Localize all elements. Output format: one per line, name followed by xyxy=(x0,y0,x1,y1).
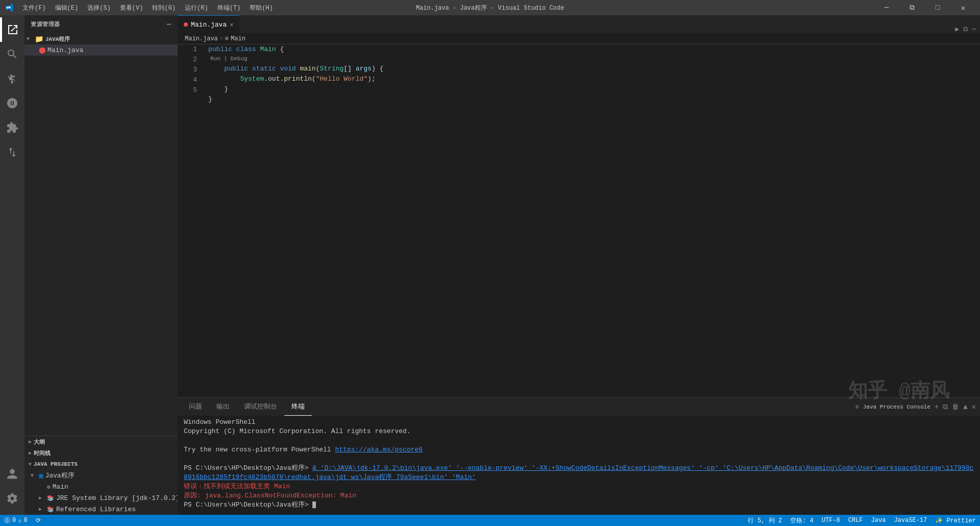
status-language[interactable]: Java xyxy=(867,515,890,526)
referenced-libraries-arrow-icon: ▶ xyxy=(39,506,47,512)
breadcrumb-separator: › xyxy=(220,36,223,41)
activity-settings-icon[interactable] xyxy=(0,486,24,511)
spaces-text: 空格: 4 xyxy=(790,516,814,525)
panel-tab-problems[interactable]: 问题 xyxy=(182,398,209,416)
sidebar-title: 资源管理器 xyxy=(31,20,60,28)
term-line-3 xyxy=(184,436,974,445)
panel-tab-terminal[interactable]: 终端 xyxy=(284,398,312,416)
activity-accounts-icon[interactable] xyxy=(0,462,24,486)
status-eol[interactable]: CRLF xyxy=(844,515,867,526)
token-paren-open: ( xyxy=(316,64,320,74)
menu-terminal[interactable]: 终端(T) xyxy=(213,3,245,13)
line-num-1: 1 xyxy=(182,44,197,55)
editor-actions: ▶ ⧉ ⋯ xyxy=(951,25,980,33)
activity-source-control-icon[interactable] xyxy=(0,66,24,91)
panel-tab-debug-console[interactable]: 调试控制台 xyxy=(237,398,284,416)
menu-file[interactable]: 文件(F) xyxy=(18,3,50,13)
activity-run-icon[interactable] xyxy=(0,91,24,115)
timeline-section-header[interactable]: ▶ 时间线 xyxy=(24,447,178,459)
timeline-arrow-icon: ▶ xyxy=(29,450,32,456)
eol-text: CRLF xyxy=(848,517,863,524)
encoding-text: UTF-8 xyxy=(822,517,840,524)
split-terminal-icon[interactable]: ⧉ xyxy=(943,403,948,411)
menu-edit[interactable]: 编辑(E) xyxy=(51,3,83,13)
new-file-icon[interactable]: ⋯ xyxy=(167,20,172,29)
terminal-content: Windows PowerShell Copyright (C) Microso… xyxy=(178,416,980,515)
file-explorer-section: ▼ 📁 JAVA程序 ⬤ Main.java xyxy=(24,33,178,436)
code-editor[interactable]: 1 2 3 4 5 public class Main { Run | Debu… xyxy=(178,44,980,397)
jre-library-arrow-icon: ▶ xyxy=(39,495,47,501)
token-println: println xyxy=(284,74,312,84)
term-line-1: Windows PowerShell xyxy=(184,418,974,427)
status-spaces[interactable]: 空格: 4 xyxy=(786,515,818,526)
java-project-name: Java程序 xyxy=(45,471,74,480)
editor-scrollbar[interactable] xyxy=(973,44,980,397)
activity-explorer-icon[interactable] xyxy=(0,17,24,42)
outline-section-header[interactable]: ▶ 大纲 xyxy=(24,436,178,447)
token-indent-2 xyxy=(208,64,224,74)
status-sync[interactable]: ⟳ xyxy=(32,515,45,526)
panel-tab-output[interactable]: 输出 xyxy=(209,398,237,416)
project-folder[interactable]: ▼ 📁 JAVA程序 xyxy=(24,33,178,44)
status-branch[interactable]: ⓪ 0 ⚠ 0 xyxy=(0,515,32,526)
folder-icon: 📁 xyxy=(35,35,43,43)
term-prompt-2: PS C:\Users\HP\Desktop\Java程序> xyxy=(184,501,312,509)
status-right: 行 5, 列 2 空格: 4 UTF-8 CRLF Java JavaSE-17… xyxy=(744,515,980,526)
maximize-button[interactable]: □ xyxy=(926,0,949,15)
restore-button[interactable]: ⧉ xyxy=(900,0,924,15)
close-panel-icon[interactable]: ✕ xyxy=(972,402,976,411)
term-line-6: PS C:\Users\HP\Desktop\Java程序> & 'D:\JAV… xyxy=(184,464,974,482)
menu-selection[interactable]: 选择(S) xyxy=(83,3,115,13)
tab-main-java[interactable]: Main.java ✕ xyxy=(178,15,239,33)
minimap xyxy=(932,44,973,397)
menu-run[interactable]: 运行(R) xyxy=(181,3,212,13)
status-formatter[interactable]: ✨ Prettier xyxy=(931,515,980,526)
menu-goto[interactable]: 转到(G) xyxy=(148,3,180,13)
close-button[interactable]: ✕ xyxy=(951,0,975,15)
token-public-1: public xyxy=(208,44,236,55)
token-Main: Main xyxy=(260,44,276,55)
panel-tabs: 问题 输出 调试控制台 终端 ⚙ Java Process Console + … xyxy=(178,398,980,416)
activity-extensions-icon[interactable] xyxy=(0,115,24,140)
maximize-panel-icon[interactable]: ▲ xyxy=(963,403,967,411)
activity-testing-icon[interactable] xyxy=(0,140,24,164)
referenced-libraries-item[interactable]: ▶ 📚 Referenced Libraries xyxy=(24,504,178,515)
java-projects-arrow-icon: ▼ xyxy=(29,462,32,467)
status-bar: ⓪ 0 ⚠ 0 ⟳ 行 5, 列 2 空格: 4 UTF-8 CRLF Java… xyxy=(0,515,980,526)
java-projects-section-header[interactable]: ▼ JAVA PROJECTS xyxy=(24,459,178,470)
code-content: public class Main { Run | Debug public s… xyxy=(203,44,932,397)
tab-close-icon[interactable]: ✕ xyxy=(230,21,233,29)
add-terminal-icon[interactable]: + xyxy=(935,403,939,411)
token-paren-3: ( xyxy=(312,74,316,84)
java-project-item[interactable]: ▼ ▣ Java程序 xyxy=(24,470,178,481)
menu-help[interactable]: 帮助(H) xyxy=(246,3,277,13)
title-bar-left: 文件(F) 编辑(E) 选择(S) 查看(V) 转到(G) 运行(R) 终端(T… xyxy=(5,3,277,13)
status-position[interactable]: 行 5, 列 2 xyxy=(744,515,786,526)
terminal-panel: 问题 输出 调试控制台 终端 ⚙ Java Process Console + … xyxy=(178,397,980,515)
run-icon[interactable]: ▶ xyxy=(955,25,959,33)
jre-library-item[interactable]: ▶ 📚 JRE System Library [jdk-17.0.2] xyxy=(24,492,178,504)
status-encoding[interactable]: UTF-8 xyxy=(818,515,844,526)
more-actions-icon[interactable]: ⋯ xyxy=(972,25,976,33)
status-left: ⓪ 0 ⚠ 0 ⟳ xyxy=(0,515,45,526)
breadcrumb-file[interactable]: Main.java xyxy=(185,35,218,42)
file-main-java[interactable]: ⬤ Main.java xyxy=(24,44,178,56)
panel-tab-actions: ⚙ Java Process Console + ⧉ 🗑 ▲ ✕ xyxy=(855,402,976,411)
tab-label: Main.java xyxy=(191,21,227,29)
main-class-item[interactable]: ▶ ⊙ Main xyxy=(24,481,178,492)
split-editor-icon[interactable]: ⧉ xyxy=(963,26,968,33)
token-string-type: String xyxy=(320,64,344,74)
kill-terminal-icon[interactable]: 🗑 xyxy=(952,403,959,411)
menu-view[interactable]: 查看(V) xyxy=(116,3,148,13)
token-class: class xyxy=(236,44,260,55)
token-indent-3 xyxy=(208,74,240,84)
breadcrumb: Main.java › ⊙ Main xyxy=(178,33,980,44)
library-icon: 📚 xyxy=(47,495,54,501)
activity-search-icon[interactable] xyxy=(0,42,24,66)
pscore6-link[interactable]: https://aka.ms/pscore6 xyxy=(335,446,423,453)
line-num-4: 4 xyxy=(182,75,197,85)
status-java-version[interactable]: JavaSE-17 xyxy=(890,515,931,526)
breadcrumb-class[interactable]: Main xyxy=(231,35,246,42)
minimize-button[interactable]: ─ xyxy=(875,0,898,15)
sidebar-bottom: ▶ 大纲 ▶ 时间线 ▼ JAVA PROJECTS ▼ ▣ Java程序 ▶ … xyxy=(24,436,178,515)
